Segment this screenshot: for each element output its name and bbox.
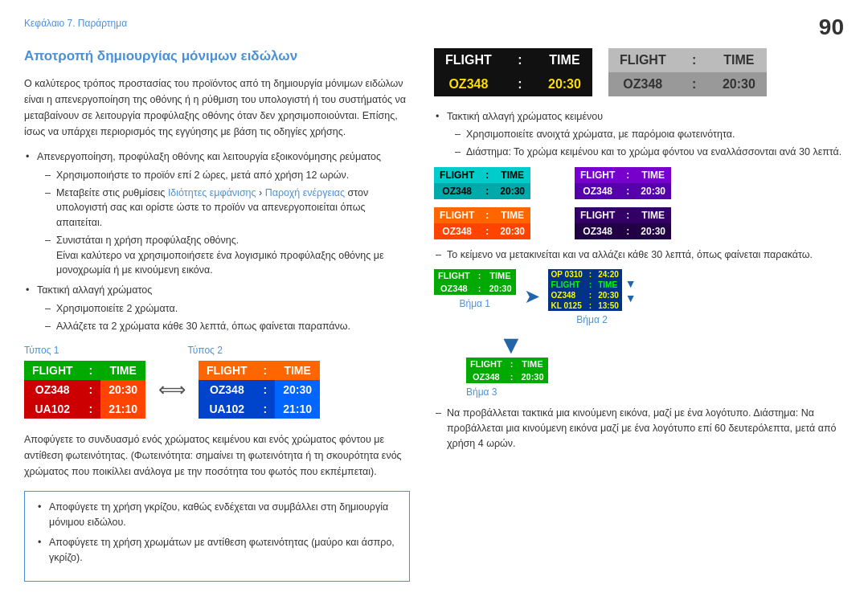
step3-board: FLIGHT : TIME OZ348 : 20:30: [466, 358, 548, 383]
t2-h1: FLIGHT: [199, 361, 256, 380]
t1-r1c2: :: [81, 380, 101, 399]
right-bullet-1: Τακτική αλλαγή χρώματος κειμένου Χρησιμο…: [434, 109, 844, 159]
type1-label: Τύπος 1: [24, 345, 59, 356]
t1-r2c2: :: [81, 399, 101, 419]
info-bullet-list: Αποφύγετε τη χρήση γκρίζου, καθώς ενδέχε…: [36, 500, 398, 565]
color-boards-grid: FLIGHT : TIME OZ348 : 20:30 FLIGHT: [434, 167, 707, 239]
t2-h3: TIME: [275, 361, 320, 380]
top-boards-row: FLIGHT : TIME OZ348 : 20:30 FLIGHT: [434, 48, 844, 96]
bk-r2: :: [503, 72, 537, 96]
page-number: 90: [819, 14, 844, 40]
t2-r2c2: :: [256, 399, 276, 419]
breadcrumb: Κεφάλαιο 7. Παράρτημα: [24, 18, 127, 29]
step2-boards: OP 0310 : 24:20 FLIGHT : TIME OZ348: [548, 269, 637, 311]
t1-r1c3: 20:30: [100, 380, 145, 399]
last-bullet-item: Να προβάλλεται τακτικά μια κινούμενη εικ…: [434, 406, 844, 451]
sub-item-1-3: Συνιστάται η χρήση προφύλαξης οθόνης. Εί…: [43, 233, 410, 278]
intro-text: Ο καλύτερος τρόπος προστασίας του προϊόν…: [24, 76, 410, 140]
bk-h3: TIME: [537, 48, 592, 72]
step3-container: FLIGHT : TIME OZ348 : 20:30 Βήμα 3: [466, 358, 844, 398]
main-bullet-list: Απενεργοποίηση, προφύλαξη οθόνης και λει…: [24, 149, 410, 333]
gr-h2: :: [678, 48, 711, 72]
last-bullet-list: Να προβάλλεται τακτικά μια κινούμενη εικ…: [434, 406, 844, 451]
big-down-arrow: ▼: [498, 332, 524, 358]
t2-r1c1: OZ348: [199, 380, 256, 399]
info-box: Αποφύγετε τη χρήση γκρίζου, καθώς ενδέχε…: [24, 491, 410, 582]
step1-label: Βήμα 1: [459, 298, 490, 309]
bullet-item-2: Τακτική αλλαγή χρώματος Χρησιμοποιείτε 2…: [24, 283, 410, 333]
down-arrow-1: ▼: [625, 277, 637, 290]
bk-r1: OZ348: [434, 72, 503, 96]
board-gray: FLIGHT : TIME OZ348 : 20:30: [608, 48, 767, 96]
t2-r2c3: 21:10: [275, 399, 320, 419]
t1-h3: TIME: [100, 361, 145, 380]
right-sub-1-2: Διάστημα: Το χρώμα κειμένου και το χρώμα…: [453, 145, 844, 160]
t2-h2: :: [256, 361, 276, 380]
sub-item-2-1: Χρησιμοποιείτε 2 χρώματα.: [43, 301, 410, 317]
sub-item-1-1: Χρησιμοποιήστε το προϊόν επί 2 ώρες, μετ…: [43, 168, 410, 183]
bk-h2: :: [503, 48, 537, 72]
gr-r1: OZ348: [608, 72, 678, 96]
gr-r2: :: [678, 72, 711, 96]
type2-label: Τύπος 2: [187, 345, 222, 356]
board-orange2: FLIGHT : TIME OZ348 : 20:30: [434, 207, 567, 239]
avoid-text: Αποφύγετε το συνδυασμό ενός χρώματος κει…: [24, 431, 410, 480]
step2-label: Βήμα 2: [576, 314, 608, 325]
step2-list-board: OP 0310 : 24:20 FLIGHT : TIME OZ348: [548, 269, 622, 311]
step2-container: OP 0310 : 24:20 FLIGHT : TIME OZ348: [548, 269, 637, 325]
t1-r2c3: 21:10: [100, 399, 145, 419]
section-title: Αποτροπή δημιουργίας μόνιμων ειδώλων: [24, 48, 410, 64]
right-sub-1-1: Χρησιμοποιείτε ανοιχτά χρώματα, με παρόμ…: [453, 127, 844, 142]
t1-r2c1: UA102: [24, 399, 81, 419]
step1-board: FLIGHT : TIME OZ348 : 20:30: [434, 269, 516, 295]
type2-board: FLIGHT : TIME OZ348 : 20:30 UA102 : 21:1…: [199, 361, 320, 419]
bullet-item-1: Απενεργοποίηση, προφύλαξη οθόνης και λει…: [24, 149, 410, 278]
step1-container: FLIGHT : TIME OZ348 : 20:30 Βήμα 1: [434, 269, 516, 309]
t2-r2c1: UA102: [199, 399, 256, 419]
down-arrow-step3: ▼: [498, 332, 844, 358]
type1-board: FLIGHT : TIME OZ348 : 20:30 UA102 : 21:1…: [24, 361, 145, 419]
link-parochi[interactable]: Παροχή ενέργειας: [265, 187, 345, 198]
t1-r1c1: OZ348: [24, 380, 81, 399]
t1-h2: :: [81, 361, 101, 380]
scroll-steps-row: FLIGHT : TIME OZ348 : 20:30 Βήμα 1 ➤: [434, 269, 844, 325]
step3-label: Βήμα 3: [466, 386, 497, 398]
type-examples-row: FLIGHT : TIME OZ348 : 20:30 UA102 : 21:1…: [24, 361, 410, 419]
right-arrow-icon: ➤: [524, 285, 540, 308]
sub-item-2-2: Αλλάζετε τα 2 χρώματα κάθε 30 λεπτά, όπω…: [43, 319, 410, 334]
scroll-bullet-list: Το κείμενο να μετακινείται και να αλλάζε…: [434, 247, 844, 263]
link-idiotites[interactable]: Ιδιότητες εμφάνισης: [168, 187, 256, 198]
board-black: FLIGHT : TIME OZ348 : 20:30: [434, 48, 592, 96]
board-darkpurple: FLIGHT : TIME OZ348 : 20:30: [575, 207, 707, 239]
right-sub-list-1: Χρησιμοποιείτε ανοιχτά χρώματα, με παρόμ…: [453, 127, 844, 160]
bk-h1: FLIGHT: [434, 48, 503, 72]
board-purple: FLIGHT : TIME OZ348 : 20:30: [575, 167, 707, 199]
info-item-2: Αποφύγετε τη χρήση χρωμάτων με αντίθεση …: [36, 535, 398, 566]
swap-arrow-icon: ⟺: [158, 378, 186, 401]
sub-list-1: Χρησιμοποιήστε το προϊόν επί 2 ώρες, μετ…: [43, 168, 410, 278]
right-bullet-list: Τακτική αλλαγή χρώματος κειμένου Χρησιμο…: [434, 109, 844, 159]
t1-h1: FLIGHT: [24, 361, 81, 380]
sub-list-2: Χρησιμοποιείτε 2 χρώματα. Αλλάζετε τα 2 …: [43, 301, 410, 334]
sub-item-1-2: Μεταβείτε στις ρυθμίσεις Ιδιότητες εμφάν…: [43, 186, 410, 231]
gr-h3: TIME: [711, 48, 767, 72]
t2-r1c2: :: [256, 380, 276, 399]
down-arrow-2: ▼: [625, 292, 637, 304]
gr-h1: FLIGHT: [608, 48, 678, 72]
t2-r1c3: 20:30: [275, 380, 320, 399]
right-column: FLIGHT : TIME OZ348 : 20:30 FLIGHT: [434, 48, 844, 593]
type-labels-row: Τύπος 1 Τύπος 2: [24, 345, 410, 356]
left-column: Αποτροπή δημιουργίας μόνιμων ειδώλων Ο κ…: [24, 48, 410, 593]
scroll-bullet-item: Το κείμενο να μετακινείται και να αλλάζε…: [434, 247, 844, 263]
bk-r3: 20:30: [537, 72, 592, 96]
gr-r3: 20:30: [711, 72, 767, 96]
info-item-1: Αποφύγετε τη χρήση γκρίζου, καθώς ενδέχε…: [36, 500, 398, 530]
down-arrows: ▼ ▼: [625, 269, 637, 304]
board-cyan: FLIGHT : TIME OZ348 : 20:30: [434, 167, 567, 199]
